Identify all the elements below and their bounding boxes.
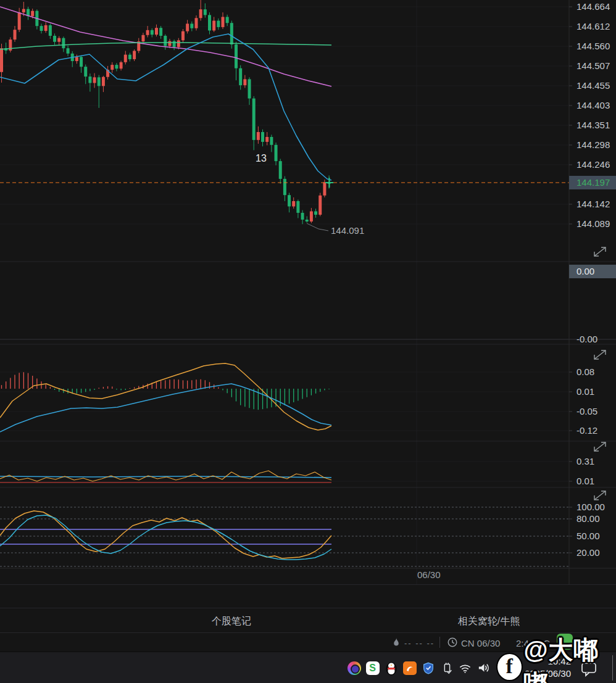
footer-row: 时段	[0, 584, 616, 608]
axis-label: 0.31	[576, 456, 594, 466]
axis-label: 144.298	[576, 139, 610, 150]
live-price-value: 144.197	[576, 177, 610, 188]
live-candle-marker-icon	[325, 178, 333, 188]
candles-layer	[0, 0, 331, 224]
x-axis-date-label: 06/30	[417, 569, 441, 580]
axis-label: 144.612	[576, 21, 610, 31]
axis-label: 144.351	[576, 120, 610, 130]
tray-volume-icon[interactable]	[476, 660, 491, 676]
tab-related-warrants[interactable]: 相关窝轮/牛熊	[439, 615, 538, 628]
axis-label: 144.142	[576, 199, 610, 209]
panel2-top-value: 0.00	[576, 266, 594, 276]
axis-label: 0.01	[576, 476, 594, 486]
axis-label: 144.403	[576, 100, 610, 110]
gridlines-layer	[0, 0, 569, 584]
tray-fox-browser-icon[interactable]	[402, 660, 417, 676]
axis-label: 50.00	[576, 531, 600, 541]
axis-label: 0.08	[576, 366, 594, 377]
indicator-panels-layer	[0, 363, 569, 566]
low-annotation-connector	[307, 223, 328, 231]
tab-stock-notes[interactable]: 个股笔记	[191, 615, 272, 628]
tab-bar: 个股笔记 相关窝轮/牛熊	[0, 608, 616, 633]
tray-qq-icon[interactable]	[383, 660, 399, 676]
axis-label: 0.01	[576, 386, 594, 397]
axis-label: -0.12	[576, 425, 597, 436]
expand-panel-icon[interactable]	[594, 491, 606, 500]
axis-label: 144.246	[576, 159, 610, 170]
low-annotation-label: 144.091	[331, 225, 364, 236]
axis-label: 100.00	[576, 502, 605, 512]
watermark-handle: @大嘟嘟	[524, 633, 616, 683]
axis-label: 144.455	[576, 80, 610, 91]
price-axis-labels: 144.664144.612144.560144.507144.455144.4…	[569, 1, 610, 558]
axis-label: 20.00	[576, 547, 600, 558]
status-placeholder-values: -- -- --	[404, 639, 435, 648]
expand-panel-icon[interactable]	[594, 442, 606, 451]
axis-label: 144.089	[576, 218, 610, 229]
panel2-bottom-value: -0.00	[576, 334, 597, 344]
expand-panel-icon[interactable]	[594, 247, 606, 256]
axis-label: 144.507	[576, 60, 610, 71]
chart-canvas[interactable]: 144.664144.612144.560144.507144.455144.4…	[0, 0, 616, 584]
tray-shield-security-icon[interactable]	[420, 660, 436, 676]
panel-borders-layer	[0, 262, 616, 568]
system-tray: S	[346, 660, 510, 676]
app-root: 144.664144.612144.560144.507144.455144.4…	[0, 0, 616, 683]
candle-count-label: 13	[256, 153, 267, 164]
axis-label: 144.560	[576, 41, 610, 51]
tray-usb-device-icon[interactable]	[439, 660, 454, 676]
expand-panel-icon[interactable]	[594, 350, 606, 359]
hot-flame-icon	[391, 637, 402, 648]
facebook-logo-icon: f	[496, 653, 523, 681]
tray-color-wheel-icon[interactable]	[346, 660, 362, 676]
clock-icon	[447, 637, 458, 648]
status-divider	[439, 637, 440, 648]
watermark: f @大嘟嘟	[496, 633, 616, 683]
tray-sogou-input-icon[interactable]: S	[365, 660, 380, 676]
axis-label: 80.00	[576, 513, 600, 524]
panel-expand-icons	[594, 247, 606, 500]
axis-label: -0.05	[576, 406, 597, 416]
axis-label: 144.664	[576, 1, 610, 12]
market-session-label: CN 06/30	[461, 638, 500, 648]
tray-wifi-icon[interactable]	[457, 660, 473, 676]
